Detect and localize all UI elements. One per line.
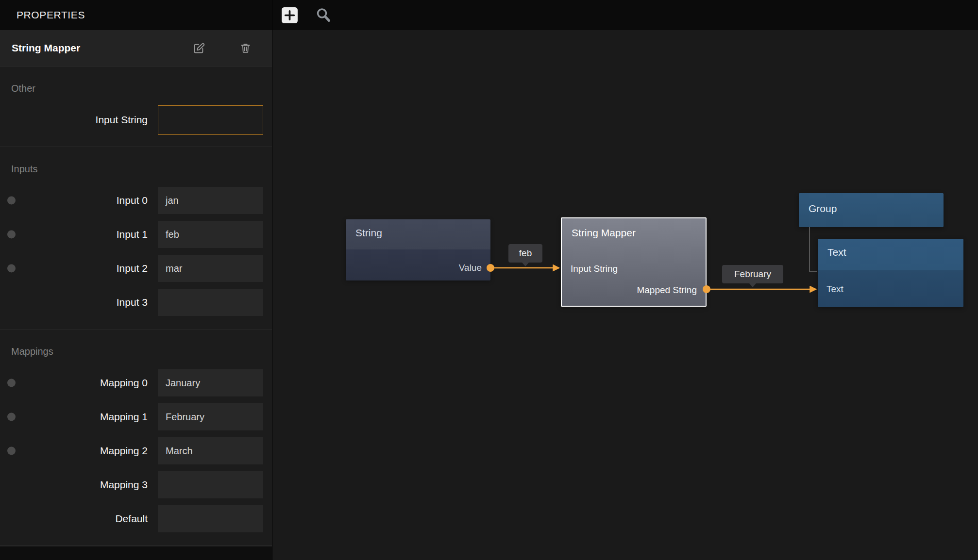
property-row: Input 3 [0,285,272,319]
node-string[interactable]: StringValue [346,219,490,280]
property-sections: OtherInput StringInputsInput 0janInput 1… [0,66,272,546]
property-label: Mapping 0 [0,377,148,389]
property-label: Input 3 [0,296,148,308]
property-row: Default [0,502,272,536]
property-value-input[interactable]: jan [158,187,263,214]
node-text[interactable]: TextText [818,239,963,307]
property-row: Input String [0,103,272,137]
section-inputs: InputsInput 0janInput 1febInput 2marInpu… [0,147,272,329]
edge-value-label: February [722,265,783,283]
property-label: Input 1 [0,229,148,240]
property-value-input[interactable]: March [158,437,263,464]
app-root: PROPERTIES String Mapper OtherInput Stri… [0,0,978,560]
node-title: Text [827,247,846,258]
input-port-label[interactable]: Text [826,283,843,296]
port-dot[interactable] [7,197,16,205]
property-value-input[interactable]: mar [158,255,263,282]
port-dot[interactable] [7,413,16,421]
port-dot[interactable] [7,447,16,455]
property-row: Mapping 1February [0,400,272,434]
section-label: Other [11,83,272,94]
property-value-input[interactable] [158,105,263,135]
property-label: Input 0 [0,195,148,206]
property-row: Mapping 0January [0,366,272,400]
property-label: Mapping 2 [0,445,148,457]
edge-value-label: feb [508,244,542,263]
search-icon[interactable] [315,7,332,23]
property-row: Input 0jan [0,183,272,217]
node-title: String [355,227,382,239]
component-name: String Mapper [12,42,190,54]
trash-icon[interactable] [237,40,253,56]
property-value-input[interactable] [158,471,263,498]
property-label: Input 2 [0,263,148,274]
property-value-input[interactable] [158,505,263,532]
node-canvas[interactable]: StringValueString MapperInput StringMapp… [272,0,978,560]
property-value-input[interactable]: February [158,403,263,430]
property-value-input[interactable] [158,289,263,316]
property-value-input[interactable]: January [158,369,263,396]
section-other: OtherInput String [0,66,272,147]
input-port-label[interactable]: Input String [571,263,618,275]
canvas-toolbar [272,0,978,30]
property-row: Mapping 2March [0,434,272,468]
property-row: Input 2mar [0,251,272,285]
property-label: Input String [0,114,148,126]
property-value-input[interactable]: feb [158,221,263,248]
properties-panel: PROPERTIES String Mapper OtherInput Stri… [0,0,272,560]
port-dot[interactable] [7,264,16,273]
add-icon[interactable] [281,6,299,24]
property-label: Mapping 3 [0,479,148,491]
output-port-label[interactable]: Mapped String [637,284,697,296]
port-dot[interactable] [7,379,16,387]
property-row: Mapping 3 [0,468,272,502]
component-header: String Mapper [0,30,272,66]
node-string-mapper[interactable]: String MapperInput StringMapped String [561,217,707,307]
node-title: Group [809,203,837,214]
node-title: String Mapper [572,227,636,239]
panel-title: PROPERTIES [0,0,272,30]
property-label: Default [0,513,148,525]
port-dot[interactable] [7,231,16,239]
property-row: Input 1feb [0,217,272,251]
edit-icon[interactable] [190,40,207,57]
section-mappings: MappingsMapping 0JanuaryMapping 1Februar… [0,329,272,546]
node-layer: StringValueString MapperInput StringMapp… [272,0,978,560]
section-label: Mappings [11,346,272,357]
sidebar-footer [0,546,272,560]
output-port-label[interactable]: Value [459,262,482,274]
property-label: Mapping 1 [0,411,148,423]
section-label: Inputs [11,164,272,175]
node-group[interactable]: Group [799,193,944,227]
